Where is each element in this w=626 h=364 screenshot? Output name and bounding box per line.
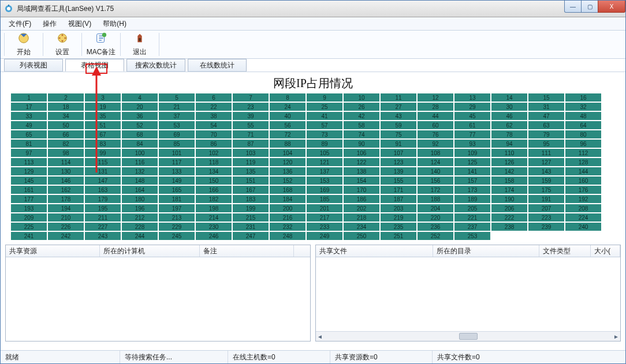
ip-cell[interactable]: 183	[233, 195, 269, 203]
ip-cell[interactable]: 9	[307, 93, 342, 102]
ip-cell[interactable]: 247	[233, 232, 269, 240]
ip-cell[interactable]: 252	[418, 232, 453, 240]
ip-cell[interactable]: 126	[491, 158, 527, 166]
ip-cell[interactable]: 239	[528, 223, 564, 231]
ip-cell[interactable]: 91	[381, 140, 416, 148]
ip-cell[interactable]: 112	[565, 149, 601, 157]
ip-cell[interactable]: 165	[159, 186, 195, 194]
ip-cell[interactable]: 158	[491, 177, 527, 185]
ip-cell[interactable]: 155	[381, 177, 416, 185]
ip-cell[interactable]: 243	[85, 232, 121, 240]
ip-cell[interactable]: 191	[528, 195, 564, 203]
ip-cell[interactable]: 169	[307, 186, 342, 194]
ip-cell[interactable]: 194	[48, 204, 84, 212]
tab-table-view[interactable]: 表格视图	[65, 59, 124, 72]
ip-cell[interactable]: 144	[565, 167, 601, 175]
ip-cell[interactable]: 237	[454, 223, 490, 231]
scroll-right-icon[interactable]: ►	[612, 332, 620, 340]
ip-cell[interactable]: 177	[11, 195, 47, 203]
ip-cell[interactable]: 226	[48, 223, 84, 231]
tab-list-view[interactable]: 列表视图	[4, 59, 63, 72]
ip-cell[interactable]: 5	[159, 93, 195, 102]
ip-cell[interactable]: 242	[48, 232, 84, 240]
ip-cell[interactable]: 87	[233, 140, 269, 148]
ip-cell[interactable]: 244	[122, 232, 158, 240]
ip-cell[interactable]: 134	[196, 167, 232, 175]
ip-cell[interactable]: 203	[381, 204, 416, 212]
ip-cell[interactable]: 148	[122, 177, 158, 185]
ip-cell[interactable]: 228	[122, 223, 158, 231]
ip-cell[interactable]: 21	[159, 103, 195, 111]
ip-cell[interactable]: 161	[11, 186, 47, 194]
ip-cell[interactable]: 204	[418, 204, 453, 212]
ip-cell[interactable]: 224	[565, 213, 601, 222]
ip-cell[interactable]: 215	[233, 213, 269, 222]
tab-online-stats[interactable]: 在线数统计	[188, 59, 247, 72]
ip-cell[interactable]: 229	[159, 223, 195, 231]
ip-cell[interactable]: 132	[122, 167, 158, 175]
ip-cell[interactable]: 18	[48, 103, 84, 111]
ip-cell[interactable]: 44	[418, 112, 453, 120]
ip-cell[interactable]: 29	[454, 103, 490, 111]
ip-cell[interactable]: 101	[159, 149, 195, 157]
ip-cell[interactable]: 67	[85, 130, 121, 138]
ip-cell[interactable]: 246	[196, 232, 232, 240]
ip-cell[interactable]: 162	[48, 186, 84, 194]
ip-cell[interactable]: 182	[196, 195, 232, 203]
ip-cell[interactable]: 62	[491, 121, 527, 129]
ip-cell[interactable]: 133	[159, 167, 195, 175]
ip-cell[interactable]: 104	[270, 149, 305, 157]
ip-cell[interactable]: 222	[491, 213, 527, 222]
ip-cell[interactable]: 124	[418, 158, 453, 166]
ip-cell[interactable]: 96	[565, 140, 601, 148]
ip-cell[interactable]: 121	[307, 158, 342, 166]
toolbar-settings-button[interactable]: 设置	[44, 31, 80, 58]
ip-cell[interactable]: 150	[196, 177, 232, 185]
ip-cell[interactable]: 164	[122, 186, 158, 194]
ip-cell[interactable]: 238	[491, 223, 527, 231]
ip-cell[interactable]: 33	[11, 112, 47, 120]
toolbar-macnote-button[interactable]: MAC备注	[83, 31, 119, 58]
ip-cell[interactable]: 171	[381, 186, 416, 194]
ip-cell[interactable]: 225	[11, 223, 47, 231]
ip-cell[interactable]: 36	[122, 112, 158, 120]
ip-cell[interactable]: 89	[307, 140, 342, 148]
ip-cell[interactable]: 50	[48, 121, 84, 129]
ip-cell[interactable]: 71	[233, 130, 269, 138]
ip-cell[interactable]: 84	[122, 140, 158, 148]
ip-cell[interactable]: 64	[565, 121, 601, 129]
ip-cell[interactable]: 131	[85, 167, 121, 175]
ip-cell[interactable]: 7	[233, 93, 269, 102]
ip-cell[interactable]: 11	[381, 93, 416, 102]
ip-cell[interactable]: 48	[565, 112, 601, 120]
ip-cell[interactable]: 75	[381, 130, 416, 138]
ip-cell[interactable]: 27	[381, 103, 416, 111]
ip-cell[interactable]: 211	[85, 213, 121, 222]
ip-cell[interactable]: 128	[565, 158, 601, 166]
ip-cell[interactable]: 251	[381, 232, 416, 240]
ip-cell[interactable]: 149	[159, 177, 195, 185]
menu-item-3[interactable]: 帮助(H)	[97, 18, 132, 30]
ip-cell[interactable]: 117	[159, 158, 195, 166]
ip-cell[interactable]: 100	[122, 149, 158, 157]
ip-cell[interactable]: 22	[196, 103, 232, 111]
ip-cell[interactable]: 120	[270, 158, 305, 166]
column-size[interactable]: 大小(	[591, 245, 620, 257]
ip-cell[interactable]: 190	[491, 195, 527, 203]
ip-cell[interactable]: 173	[454, 186, 490, 194]
ip-cell[interactable]: 74	[344, 130, 379, 138]
ip-cell[interactable]: 28	[418, 103, 453, 111]
column-host[interactable]: 所在的计算机	[100, 245, 200, 257]
ip-cell[interactable]: 118	[196, 158, 232, 166]
ip-cell[interactable]: 212	[122, 213, 158, 222]
toolbar-exit-button[interactable]: 退出	[122, 31, 158, 58]
ip-cell[interactable]: 198	[196, 204, 232, 212]
ip-cell[interactable]: 26	[344, 103, 379, 111]
ip-cell[interactable]: 60	[418, 121, 453, 129]
ip-cell[interactable]: 47	[528, 112, 564, 120]
ip-cell[interactable]: 227	[85, 223, 121, 231]
ip-cell[interactable]: 176	[565, 186, 601, 194]
menu-item-1[interactable]: 操作	[37, 18, 62, 30]
ip-cell[interactable]: 136	[270, 167, 305, 175]
ip-cell[interactable]: 145	[11, 177, 47, 185]
